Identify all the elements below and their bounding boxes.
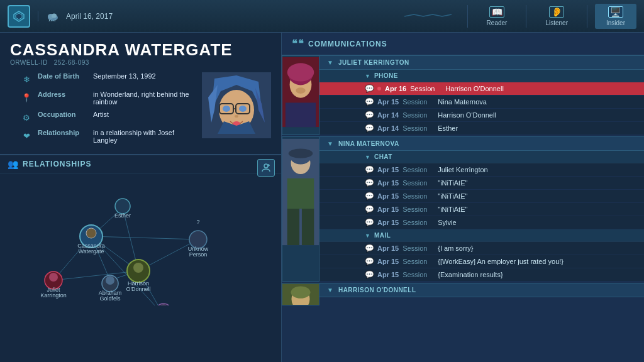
comm-entry[interactable]: 💬 Apr 15 Session Sylvie: [319, 216, 644, 229]
svg-text:Watergate: Watergate: [78, 248, 104, 255]
right-panel: ❝❝ COMMUNICATIONS: [282, 33, 644, 362]
nina-avatar: [282, 136, 319, 282]
comm-entry[interactable]: 💬 Apr 16 Session Harrison O'Donnell: [319, 82, 644, 96]
svg-point-22: [264, 164, 268, 168]
svg-rect-72: [287, 178, 314, 209]
svg-point-19: [235, 115, 238, 118]
date-display: April 16, 2017: [66, 12, 113, 21]
profile-avatar: [202, 72, 271, 138]
svg-text:Karrington: Karrington: [40, 292, 67, 299]
svg-text:O'Donnell: O'Donnell: [126, 286, 150, 292]
relationships-section: 👥 RELATIONSHIPS: [0, 155, 281, 362]
svg-text:Esther: Esther: [114, 212, 131, 219]
comm-entry[interactable]: 💬 Apr 15 Session "iNiTiAtE": [319, 190, 644, 203]
harrison-avatar: [282, 283, 319, 305]
svg-marker-1: [16, 13, 22, 19]
profile-name: CASSANDRA WATERGATE: [10, 41, 271, 58]
harrison-header[interactable]: ▼ HARRISON O'DONNELL: [319, 283, 644, 297]
svg-rect-74: [302, 209, 314, 245]
harrison-entries: ▼ HARRISON O'DONNELL: [319, 283, 644, 305]
comm-entry[interactable]: 💬 Apr 15 Session Juliet Kerrington: [319, 163, 644, 177]
comm-entry[interactable]: 💬 Apr 15 Session Nina Maternova: [319, 96, 644, 109]
comm-entry[interactable]: 💬 Apr 15 Session {Examination results}: [319, 268, 644, 282]
svg-point-17: [223, 106, 230, 112]
nav-divider-3: [587, 5, 587, 28]
dob-icon: ❄: [20, 73, 33, 85]
nina-contact-row: ▼ NINA MATERNOVA ▼ CHAT 💬 Apr 15 Session: [282, 136, 644, 282]
svg-point-64: [287, 63, 314, 82]
unread-dot: [377, 87, 381, 90]
nav-divider-2: [526, 5, 526, 28]
chat-icon: 💬: [365, 205, 374, 214]
phone-type-header[interactable]: ▼ PHONE: [319, 70, 644, 82]
reader-icon: 📖: [489, 6, 504, 18]
svg-text:?: ?: [196, 219, 199, 225]
quote-icon: ❝❝: [292, 38, 304, 50]
listener-button[interactable]: 👂 Listener: [534, 4, 579, 29]
main-content: CASSANDRA WATERGATE ORWELL-ID 252-68-093…: [0, 33, 644, 362]
left-panel: CASSANDRA WATERGATE ORWELL-ID 252-68-093…: [0, 33, 282, 362]
address-icon: 📍: [20, 91, 33, 104]
chat-icon: 💬: [365, 97, 374, 106]
comm-entry[interactable]: 💬 Apr 15 Session {[WorkEasy] An employer…: [319, 255, 644, 268]
svg-point-43: [49, 273, 58, 282]
insider-button[interactable]: 🖥️ Insider: [595, 4, 636, 29]
chat-icon: 💬: [365, 84, 374, 93]
relationship-field: ❤ Relationship in a relationship with Jo…: [20, 129, 197, 144]
communications-header: ❝❝ COMMUNICATIONS: [282, 33, 644, 55]
svg-point-65: [296, 87, 305, 94]
chat-type-header[interactable]: ▼ CHAT: [319, 151, 644, 163]
reader-button[interactable]: 📖 Reader: [475, 4, 519, 29]
juliet-entries: ▼ JULIET KERRINGTON ▼ PHONE 💬 Apr 16: [319, 55, 644, 135]
svg-line-29: [91, 236, 198, 239]
profile-fields: ❄ Date of Birth September 13, 1992 📍 Add…: [10, 72, 202, 149]
address-field: 📍 Address in Wonderland, right behind th…: [20, 90, 197, 106]
relationships-title: 👥 RELATIONSHIPS: [0, 155, 281, 173]
svg-rect-73: [287, 209, 299, 245]
svg-point-77: [291, 286, 311, 298]
nina-arrow: ▼: [327, 140, 333, 147]
communications-scroll[interactable]: ▼ JULIET KERRINGTON ▼ PHONE 💬 Apr 16: [282, 55, 644, 362]
top-bar: April 16, 2017 📖 Reader 👂 Listener 🖥️ In…: [0, 0, 644, 33]
dob-field: ❄ Date of Birth September 13, 1992: [20, 72, 197, 85]
occupation-field: ⚙ Occupation Artist: [20, 111, 197, 124]
mail-icon: 💬: [365, 244, 374, 253]
svg-line-5: [49, 19, 50, 21]
comm-entry[interactable]: 💬 Apr 15 Session {I am sorry}: [319, 242, 644, 255]
mail-icon: 💬: [365, 270, 374, 279]
nina-header[interactable]: ▼ NINA MATERNOVA: [319, 136, 644, 151]
contact-group-harrison: ▼ HARRISON O'DONNELL: [282, 283, 644, 305]
juliet-arrow: ▼: [327, 59, 333, 66]
juliet-header[interactable]: ▼ JULIET KERRINGTON: [319, 55, 644, 70]
profile-id: ORWELL-ID 252-68-093: [10, 59, 271, 66]
relationship-icon: ❤: [20, 129, 33, 142]
app-logo[interactable]: [8, 5, 30, 28]
mail-icon: 💬: [365, 257, 374, 266]
occupation-icon: ⚙: [20, 111, 33, 124]
svg-point-47: [133, 263, 143, 273]
nav-divider-1: [467, 5, 468, 28]
svg-point-37: [86, 228, 96, 238]
profile-details: ❄ Date of Birth September 13, 1992 📍 Add…: [10, 66, 271, 149]
svg-point-40: [115, 199, 130, 214]
contact-group-nina: ▼ NINA MATERNOVA ▼ CHAT 💬 Apr 15 Session: [282, 136, 644, 282]
comm-entry[interactable]: 💬 Apr 14 Session Harrison O'Donnell: [319, 109, 644, 122]
harrison-arrow: ▼: [327, 287, 333, 293]
harrison-contact-row: ▼ HARRISON O'DONNELL: [282, 283, 644, 305]
svg-rect-66: [286, 102, 316, 127]
juliet-contact-row: ▼ JULIET KERRINGTON ▼ PHONE 💬 Apr 16: [282, 55, 644, 135]
svg-point-51: [106, 276, 114, 285]
nina-entries: ▼ NINA MATERNOVA ▼ CHAT 💬 Apr 15 Session: [319, 136, 644, 282]
chat-icon: 💬: [365, 218, 374, 227]
comm-entry[interactable]: 💬 Apr 14 Session Esther: [319, 122, 644, 135]
chat-icon: 💬: [365, 178, 374, 187]
svg-point-4: [52, 13, 57, 18]
svg-text:Goldfels: Goldfels: [99, 295, 121, 302]
contact-group-juliet: ▼ JULIET KERRINGTON ▼ PHONE 💬 Apr 16: [282, 55, 644, 135]
chat-icon: 💬: [365, 192, 374, 200]
mail-type-header[interactable]: ▼ MAIL: [319, 229, 644, 242]
insider-icon: 🖥️: [608, 6, 623, 18]
listener-icon: 👂: [549, 6, 564, 18]
comm-entry[interactable]: 💬 Apr 15 Session "iNiTiAtE": [319, 203, 644, 216]
comm-entry[interactable]: 💬 Apr 15 Session "iNiTiAtE": [319, 177, 644, 190]
